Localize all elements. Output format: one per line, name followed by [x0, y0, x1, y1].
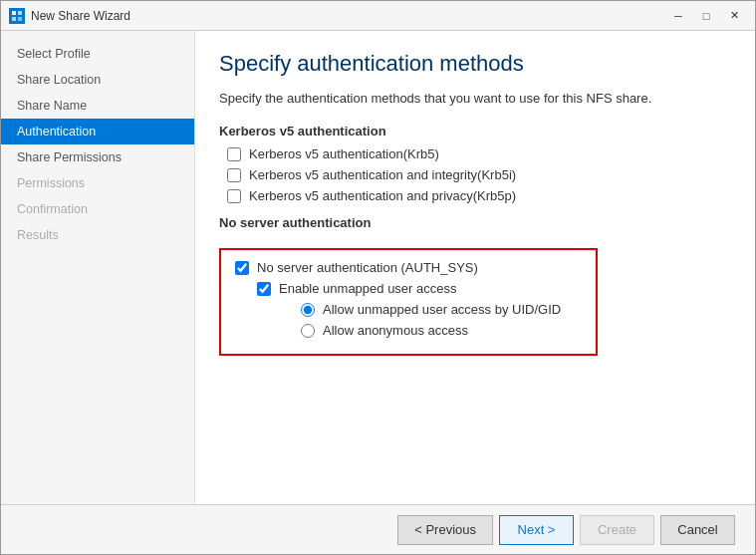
kerberos-options: Kerberos v5 authentication(Krb5) Kerbero…: [227, 146, 731, 203]
krb5i-label: Kerberos v5 authentication and integrity…: [249, 167, 516, 182]
page-description: Specify the authentication methods that …: [219, 91, 731, 106]
krb5p-option[interactable]: Kerberos v5 authentication and privacy(K…: [227, 188, 731, 203]
sidebar-item-share-name[interactable]: Share Name: [1, 93, 194, 119]
unmapped-access-container: Enable unmapped user access Allow unmapp…: [257, 281, 582, 338]
uid-gid-label: Allow unmapped user access by UID/GID: [323, 302, 561, 317]
cancel-button[interactable]: Cancel: [660, 515, 735, 545]
sidebar-item-authentication[interactable]: Authentication: [1, 119, 194, 144]
create-button[interactable]: Create: [580, 515, 654, 545]
enable-unmapped-label: Enable unmapped user access: [279, 281, 457, 296]
kerberos-section: Kerberos v5 authentication Kerberos v5 a…: [219, 124, 731, 203]
title-bar: New Share Wizard ─ □ ✕: [1, 1, 755, 31]
minimize-button[interactable]: ─: [665, 6, 691, 26]
sidebar-item-share-permissions[interactable]: Share Permissions: [1, 144, 194, 170]
krb5i-option[interactable]: Kerberos v5 authentication and integrity…: [227, 167, 731, 182]
svg-rect-0: [12, 11, 16, 15]
access-type-options: Allow unmapped user access by UID/GID Al…: [301, 302, 582, 338]
maximize-button[interactable]: □: [693, 6, 719, 26]
no-auth-option[interactable]: No server authentication (AUTH_SYS): [235, 260, 582, 275]
no-auth-label: No server authentication (AUTH_SYS): [257, 260, 478, 275]
krb5p-checkbox[interactable]: [227, 189, 241, 203]
app-icon: [9, 8, 25, 24]
sidebar-item-permissions: Permissions: [1, 170, 194, 196]
close-button[interactable]: ✕: [721, 6, 747, 26]
page-title: Specify authentication methods: [219, 51, 731, 77]
footer: < Previous Next > Create Cancel: [1, 504, 755, 554]
main-content: Specify authentication methods Specify t…: [195, 31, 755, 504]
svg-rect-2: [12, 17, 16, 21]
svg-rect-3: [18, 17, 22, 21]
no-auth-section-box: No server authentication (AUTH_SYS) Enab…: [219, 248, 598, 356]
anonymous-radio[interactable]: [301, 324, 315, 338]
svg-rect-1: [18, 11, 22, 15]
kerberos-section-label: Kerberos v5 authentication: [219, 124, 731, 139]
krb5p-label: Kerberos v5 authentication and privacy(K…: [249, 188, 516, 203]
uid-gid-option[interactable]: Allow unmapped user access by UID/GID: [301, 302, 582, 317]
window-controls: ─ □ ✕: [665, 6, 747, 26]
enable-unmapped-option[interactable]: Enable unmapped user access: [257, 281, 582, 296]
sidebar-item-share-location[interactable]: Share Location: [1, 67, 194, 93]
krb5-checkbox[interactable]: [227, 147, 241, 161]
no-auth-section-label: No server authentication: [219, 215, 731, 230]
krb5-option[interactable]: Kerberos v5 authentication(Krb5): [227, 146, 731, 161]
content-area: Select Profile Share Location Share Name…: [1, 31, 755, 504]
sidebar-item-results: Results: [1, 222, 194, 248]
enable-unmapped-checkbox[interactable]: [257, 282, 271, 296]
wizard-window: New Share Wizard ─ □ ✕ Select Profile Sh…: [0, 0, 756, 555]
sidebar-item-select-profile[interactable]: Select Profile: [1, 41, 194, 67]
sidebar-item-confirmation: Confirmation: [1, 196, 194, 222]
anonymous-option[interactable]: Allow anonymous access: [301, 323, 582, 338]
sidebar: Select Profile Share Location Share Name…: [1, 31, 195, 504]
krb5-label: Kerberos v5 authentication(Krb5): [249, 146, 439, 161]
previous-button[interactable]: < Previous: [397, 515, 493, 545]
no-auth-checkbox[interactable]: [235, 261, 249, 275]
uid-gid-radio[interactable]: [301, 303, 315, 317]
anonymous-label: Allow anonymous access: [323, 323, 468, 338]
window-title: New Share Wizard: [31, 9, 665, 23]
krb5i-checkbox[interactable]: [227, 168, 241, 182]
next-button[interactable]: Next >: [499, 515, 574, 545]
